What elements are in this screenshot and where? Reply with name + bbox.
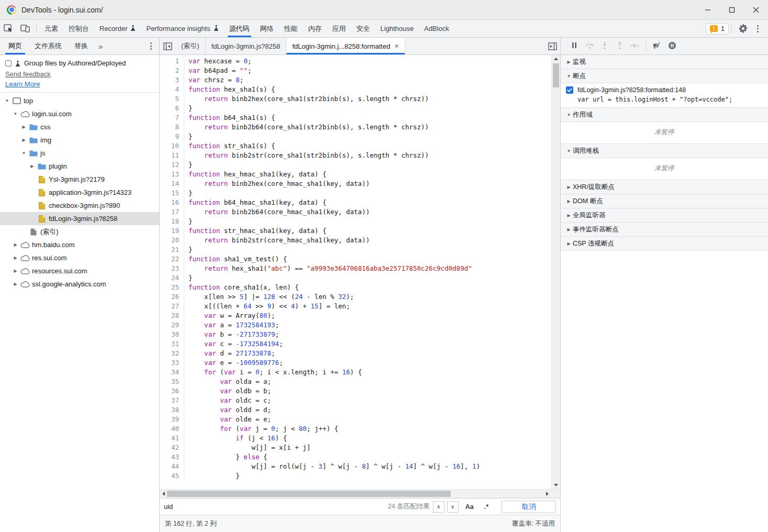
line-number[interactable]: 28	[160, 311, 184, 320]
tree-item-resources-sui-com[interactable]: ▶resources.sui.com	[0, 264, 159, 278]
sidebar-tab-filesystem[interactable]: 文件系统	[28, 38, 68, 54]
line-number[interactable]: 34	[160, 368, 184, 377]
search-previous-button[interactable]: ∧	[433, 501, 444, 513]
hide-navigator-button[interactable]	[160, 38, 175, 54]
send-feedback-link[interactable]: Send feedback	[5, 70, 51, 78]
chevron-expanded-icon[interactable]: ▼	[12, 112, 19, 116]
tree-item-fdlogin-3gmin-js-8258[interactable]: fdLogin-3gmin.js?8258	[0, 212, 159, 225]
section-header-global-listeners[interactable]: ▶全局监听器	[561, 208, 768, 223]
tree-item-res-sui-com[interactable]: ▶res.sui.com	[0, 251, 159, 264]
sidebar-tab-page[interactable]: 网页	[2, 38, 28, 54]
line-number[interactable]: 37	[160, 396, 184, 405]
line-number[interactable]: 3	[160, 75, 184, 85]
tree-item-checkbox-3gmin-js-890[interactable]: checkbox-3gmin.js?890	[0, 199, 159, 212]
section-header-xhr-breakpoints[interactable]: ▶XHR/提取断点	[561, 180, 768, 194]
minimize-button[interactable]	[696, 0, 720, 19]
chevron-expanded-icon[interactable]: ▼	[3, 98, 11, 103]
tab-application[interactable]: 应用	[327, 20, 351, 37]
vertical-scrollbar-thumb[interactable]	[553, 63, 559, 87]
line-number[interactable]: 20	[160, 236, 184, 245]
tree-item-index[interactable]: (索引)	[0, 225, 159, 238]
line-number[interactable]: 23	[160, 264, 184, 273]
search-next-button[interactable]: ∨	[447, 501, 459, 513]
section-header-csp-violation-breakpoints[interactable]: ▶CSP 违规断点	[561, 237, 768, 251]
line-number[interactable]: 35	[160, 377, 184, 386]
line-number[interactable]: 7	[160, 113, 184, 123]
maximize-button[interactable]	[720, 0, 744, 19]
chevron-collapsed-icon[interactable]: ▶	[20, 125, 28, 129]
editor-tab-fdlogin-formatted[interactable]: fdLogin-3gmin.j...8258:formatted×	[286, 38, 405, 54]
chevron-collapsed-icon[interactable]: ▶	[12, 282, 19, 286]
section-header-event-listener-breakpoints[interactable]: ▶事件监听器断点	[561, 223, 768, 237]
line-number[interactable]: 36	[160, 386, 184, 396]
line-number[interactable]: 44	[160, 462, 184, 471]
vertical-scrollbar[interactable]	[551, 55, 560, 489]
tree-item-hm-baidu-com[interactable]: ▶hm.baidu.com	[0, 238, 159, 251]
group-files-checkbox[interactable]	[5, 60, 12, 66]
line-number[interactable]: 8	[160, 123, 184, 132]
tree-item-img[interactable]: ▶img	[0, 134, 159, 147]
scroll-up-button[interactable]	[552, 55, 560, 63]
line-number[interactable]: 5	[160, 94, 184, 104]
match-case-button[interactable]: Aa	[462, 503, 477, 511]
tab-network[interactable]: 网络	[255, 20, 279, 37]
tree-item-login-sui-com[interactable]: ▼login.sui.com	[0, 107, 159, 120]
line-number[interactable]: 43	[160, 452, 184, 462]
more-options-button[interactable]	[751, 23, 764, 35]
close-tab-icon[interactable]: ×	[394, 42, 398, 50]
line-number[interactable]: 4	[160, 85, 184, 94]
issues-button[interactable]: ! 1	[706, 23, 729, 35]
step-over-button[interactable]	[582, 39, 596, 53]
tab-performance-insights[interactable]: Performance insights	[141, 20, 224, 37]
regex-button[interactable]: .*	[481, 503, 492, 511]
line-number[interactable]: 32	[160, 349, 184, 358]
line-number[interactable]: 19	[160, 226, 184, 236]
line-number[interactable]: 24	[160, 273, 184, 283]
tree-item-css[interactable]: ▶css	[0, 120, 159, 134]
line-number[interactable]: 9	[160, 132, 184, 141]
line-number[interactable]: 45	[160, 471, 184, 481]
line-number[interactable]: 1	[160, 57, 184, 66]
line-number[interactable]: 15	[160, 189, 184, 198]
search-input[interactable]	[164, 503, 385, 511]
editor-tab-index[interactable]: (索引)	[175, 38, 206, 54]
tab-recorder[interactable]: Recorder	[94, 20, 141, 37]
tab-console[interactable]: 控制台	[63, 20, 94, 37]
step-into-button[interactable]	[597, 39, 611, 53]
section-header-breakpoints[interactable]: ▼断点	[561, 69, 768, 83]
line-number[interactable]: 33	[160, 358, 184, 368]
breakpoint-item[interactable]: fdLogin-3gmin.js?8258:formatted:148var u…	[561, 83, 768, 108]
tree-item-ssl-google-analytics-com[interactable]: ▶ssl.google-analytics.com	[0, 278, 159, 291]
tab-memory[interactable]: 内存	[303, 20, 327, 37]
chevron-expanded-icon[interactable]: ▼	[20, 151, 28, 156]
tab-elements[interactable]: 元素	[39, 20, 63, 37]
learn-more-link[interactable]: Learn More	[5, 80, 40, 88]
sidebar-tab-overrides[interactable]: 替换	[68, 38, 94, 54]
line-number[interactable]: 40	[160, 424, 184, 434]
line-number[interactable]: 29	[160, 320, 184, 330]
tab-security[interactable]: 安全	[351, 20, 375, 37]
tab-performance[interactable]: 性能	[279, 20, 303, 37]
section-header-scope[interactable]: ▼作用域	[561, 108, 768, 122]
tree-item-application-3gmin-js-14323[interactable]: application-3gmin.js?14323	[0, 186, 159, 199]
line-number[interactable]: 31	[160, 339, 184, 349]
tab-overflow-button[interactable]: »	[94, 38, 107, 54]
editor-tab-fdlogin[interactable]: fdLogin-3gmin.js?8258	[206, 38, 287, 54]
chevron-collapsed-icon[interactable]: ▶	[12, 242, 19, 247]
tree-item-ysl-3gmin-js-2179[interactable]: Ysl-3gmin.js?2179	[0, 173, 159, 186]
line-number[interactable]: 13	[160, 170, 184, 179]
line-number[interactable]: 16	[160, 198, 184, 207]
pause-on-exceptions-button[interactable]	[665, 39, 679, 53]
tree-item-top[interactable]: ▼top	[0, 94, 159, 107]
hide-debugger-button[interactable]	[544, 38, 560, 54]
pause-button[interactable]	[567, 39, 581, 53]
navigator-more-button[interactable]	[144, 40, 157, 52]
line-number[interactable]: 17	[160, 207, 184, 217]
line-number[interactable]: 30	[160, 330, 184, 339]
section-header-dom-breakpoints[interactable]: ▶DOM 断点	[561, 194, 768, 208]
line-number[interactable]: 21	[160, 245, 184, 254]
chevron-collapsed-icon[interactable]: ▶	[12, 269, 19, 273]
settings-button[interactable]	[734, 24, 751, 33]
chevron-collapsed-icon[interactable]: ▶	[20, 138, 28, 142]
horizontal-scrollbar[interactable]	[160, 489, 560, 498]
